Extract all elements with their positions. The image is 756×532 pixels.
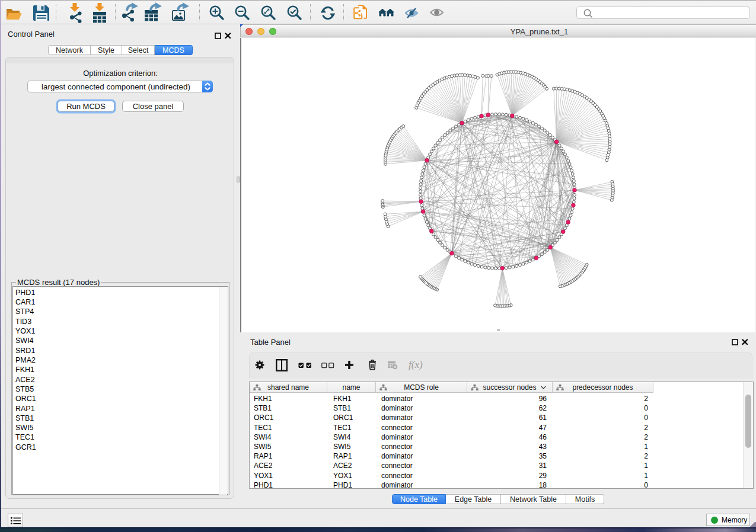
svg-text:f(x): f(x): [409, 359, 423, 370]
